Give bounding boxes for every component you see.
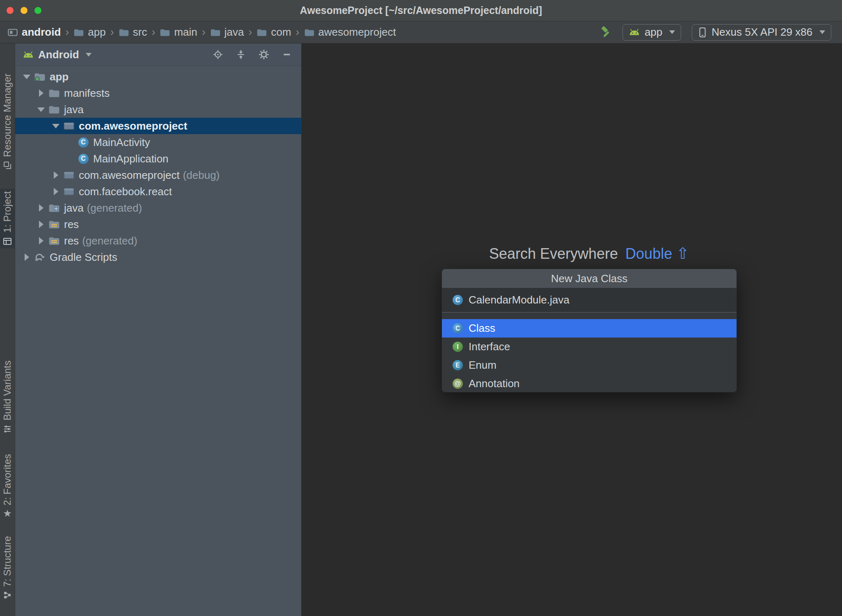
- tree-item-res-generated[interactable]: res (generated): [15, 233, 301, 249]
- title-bar: AwesomeProject [~/src/AwesomeProject/and…: [0, 0, 842, 21]
- app-module-folder-icon: [34, 71, 46, 82]
- locate-file-button[interactable]: [213, 49, 223, 60]
- tree-item-app[interactable]: app: [15, 68, 301, 85]
- device-select[interactable]: Nexus 5X API 29 x86: [692, 24, 831, 41]
- tree-item-label: java: [64, 103, 84, 116]
- tree-item-mainapplication[interactable]: C MainApplication: [15, 151, 301, 167]
- window-title: AwesomeProject [~/src/AwesomeProject/and…: [0, 5, 842, 16]
- tree-item-gradle-scripts[interactable]: Gradle Scripts: [15, 249, 301, 265]
- project-view-label: Android: [38, 48, 79, 61]
- tree-item-java-generated[interactable]: java (generated): [15, 200, 301, 216]
- android-icon: [629, 29, 640, 36]
- project-panel-header: Android: [15, 43, 301, 66]
- tool-window-stripe: Resource Manager 1: Project Build Varian…: [0, 43, 15, 616]
- class-icon: C: [453, 323, 463, 333]
- kind-option-interface[interactable]: I Interface: [442, 338, 737, 356]
- tree-item-label: res: [64, 235, 79, 247]
- breadcrumb-app[interactable]: app: [73, 26, 105, 39]
- chevron-collapsed-icon[interactable]: [39, 221, 43, 228]
- chevron-expanded-icon[interactable]: [23, 75, 30, 79]
- tree-item-label: MainApplication: [93, 153, 169, 165]
- tree-item-suffix: (generated): [87, 202, 142, 214]
- tree-item-label: app: [50, 71, 69, 83]
- breadcrumb-android[interactable]: android: [7, 26, 61, 39]
- chevron-collapsed-icon[interactable]: [54, 188, 58, 195]
- tool-window-button-resource-manager[interactable]: Resource Manager: [0, 71, 15, 173]
- tree-item-mainactivity[interactable]: C MainActivity: [15, 134, 301, 151]
- popup-title: New Java Class: [442, 269, 737, 288]
- tool-window-label: Resource Manager: [2, 73, 13, 157]
- tool-window-button-structure[interactable]: 7: Structure: [0, 534, 15, 602]
- module-icon: [7, 28, 18, 37]
- chevron-collapsed-icon[interactable]: [54, 171, 58, 179]
- tool-window-button-project[interactable]: 1: Project: [0, 189, 15, 248]
- tree-item-manifests[interactable]: manifests: [15, 85, 301, 101]
- folder-icon: [160, 28, 170, 37]
- breadcrumb-src[interactable]: src: [119, 26, 147, 39]
- breadcrumb-separator: ›: [202, 26, 206, 39]
- tree-item-com-awesomeproject-debug[interactable]: com.awesomeproject (debug): [15, 167, 301, 183]
- structure-icon: [2, 590, 12, 600]
- class-icon: C: [77, 153, 89, 164]
- run-configuration-select[interactable]: app: [622, 24, 681, 41]
- chevron-expanded-icon[interactable]: [37, 107, 45, 112]
- build-variants-icon: [2, 424, 12, 433]
- tree-item-res[interactable]: res: [15, 216, 301, 233]
- build-hammer-button[interactable]: [599, 26, 612, 39]
- editor-area: Search EverywhereDouble⇧ New Java Class …: [302, 43, 842, 616]
- folder-icon: [48, 104, 60, 115]
- package-icon: [63, 186, 75, 197]
- folder-icon: [48, 88, 60, 98]
- run-configuration-label: app: [645, 26, 662, 39]
- annotation-icon: @: [453, 379, 463, 389]
- tree-item-com-facebook-react[interactable]: com.facebook.react: [15, 183, 301, 200]
- breadcrumb-java[interactable]: java: [210, 26, 244, 39]
- kind-option-annotation[interactable]: @ Annotation: [442, 374, 737, 392]
- chevron-down-icon: [86, 53, 92, 57]
- breadcrumb-label: main: [174, 26, 197, 39]
- package-icon: [63, 121, 75, 131]
- project-tool-window: Android app manifests: [15, 43, 302, 616]
- gradle-icon: [34, 252, 46, 262]
- kind-label: Annotation: [469, 377, 519, 390]
- zoom-button[interactable]: [34, 7, 41, 14]
- breadcrumb-awesomeproject[interactable]: awesomeproject: [304, 26, 396, 39]
- folder-icon: [73, 28, 84, 37]
- android-icon: [23, 51, 34, 58]
- project-tree: app manifests java com.awesomeproject: [15, 66, 301, 265]
- chevron-collapsed-icon[interactable]: [25, 253, 29, 261]
- close-button[interactable]: [7, 7, 14, 14]
- kind-option-enum[interactable]: E Enum: [442, 356, 737, 374]
- folder-icon: [256, 28, 267, 37]
- chevron-expanded-icon[interactable]: [52, 124, 59, 128]
- tree-item-label: Gradle Scripts: [50, 251, 117, 264]
- breadcrumb-label: awesomeproject: [318, 26, 396, 39]
- chevron-collapsed-icon[interactable]: [39, 237, 43, 244]
- tool-window-button-favorites[interactable]: 2: Favorites ★: [0, 452, 15, 521]
- hint-shortcut-text: Double: [625, 245, 672, 262]
- new-java-class-popup: New Java Class C C Class I Interface E E…: [442, 269, 737, 392]
- breadcrumb-label: com: [271, 26, 291, 39]
- breadcrumb-com[interactable]: com: [256, 26, 291, 39]
- tool-window-button-build-variants[interactable]: Build Variants: [0, 358, 15, 436]
- kind-option-class[interactable]: C Class: [442, 319, 737, 338]
- search-everywhere-hint: Search EverywhereDouble⇧: [442, 244, 737, 262]
- tree-item-label: com.awesomeproject: [79, 169, 180, 182]
- tree-item-java[interactable]: java: [15, 101, 301, 118]
- class-name-field[interactable]: C: [442, 288, 737, 313]
- chevron-collapsed-icon[interactable]: [39, 204, 43, 212]
- class-name-input[interactable]: [469, 294, 726, 306]
- tree-item-com-awesomeproject[interactable]: com.awesomeproject: [15, 118, 301, 134]
- hide-panel-button[interactable]: [281, 49, 292, 60]
- tree-item-label: MainActivity: [93, 136, 150, 149]
- breadcrumb-main[interactable]: main: [160, 26, 197, 39]
- collapse-all-button[interactable]: [236, 49, 246, 60]
- navigation-bar: android › app › src › main › java › com …: [0, 21, 842, 43]
- tool-window-label: 7: Structure: [2, 536, 13, 587]
- settings-gear-button[interactable]: [259, 49, 269, 60]
- minimize-button[interactable]: [21, 7, 27, 14]
- chevron-collapsed-icon[interactable]: [39, 89, 43, 97]
- tree-item-label: res: [64, 218, 79, 231]
- resource-manager-icon: [2, 160, 12, 170]
- project-view-selector[interactable]: Android: [23, 48, 92, 61]
